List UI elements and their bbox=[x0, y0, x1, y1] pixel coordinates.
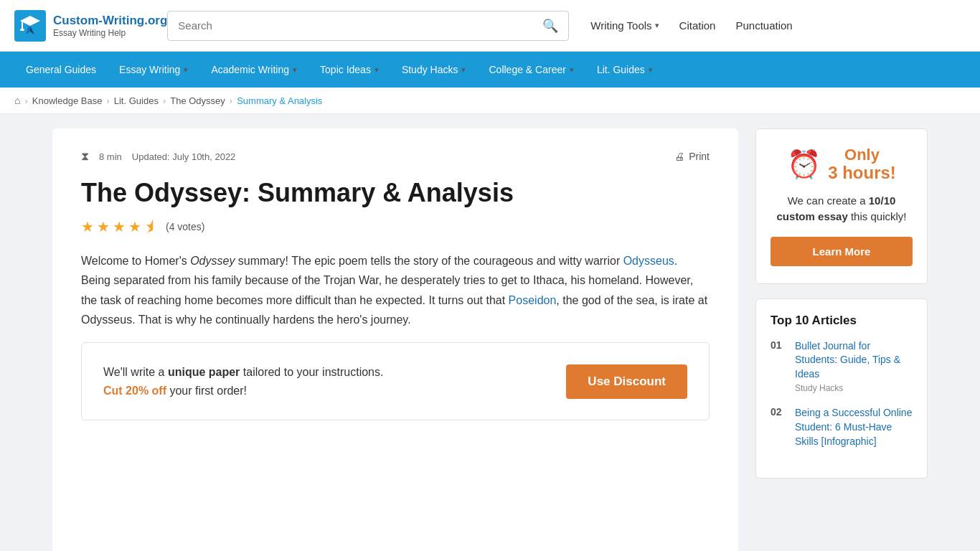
chevron-down-icon: ▾ bbox=[649, 65, 653, 75]
chevron-down-icon: ▾ bbox=[461, 65, 466, 75]
nav-study-hacks[interactable]: Study Hacks ▾ bbox=[390, 52, 478, 88]
svg-rect-3 bbox=[20, 29, 24, 31]
promo-time-text: Only 3 hours! bbox=[828, 146, 896, 183]
poseidon-link[interactable]: Poseidon bbox=[509, 294, 557, 306]
nav-lit-guides[interactable]: Lit. Guides ▾ bbox=[585, 52, 664, 88]
search-input[interactable] bbox=[168, 19, 532, 32]
star-half: ⯨ bbox=[144, 219, 159, 235]
star-2: ★ bbox=[97, 218, 110, 235]
star-rating: ★ ★ ★ ★ ⯨ (4 votes) bbox=[81, 218, 710, 235]
article-title: The Odyssey: Summary & Analysis bbox=[81, 177, 710, 208]
nav-topic-ideas[interactable]: Topic Ideas ▾ bbox=[308, 52, 390, 88]
odysseus-link[interactable]: Odysseus bbox=[623, 255, 674, 267]
printer-icon: 🖨 bbox=[674, 151, 684, 162]
search-button[interactable]: 🔍 bbox=[532, 18, 568, 34]
chevron-down-icon: ▾ bbox=[655, 21, 659, 30]
star-4: ★ bbox=[128, 218, 141, 235]
timer-icon: ⧗ bbox=[81, 150, 89, 163]
chevron-down-icon: ▾ bbox=[184, 65, 188, 75]
punctuation-link[interactable]: Punctuation bbox=[735, 19, 792, 32]
logo-tagline: Essay Writing Help bbox=[53, 28, 167, 38]
header-nav: Writing Tools ▾ Citation Punctuation bbox=[590, 19, 792, 32]
read-time: 8 min bbox=[99, 151, 122, 162]
star-3: ★ bbox=[113, 218, 126, 235]
discount-box: We'll write a unique paper tailored to y… bbox=[81, 342, 710, 420]
learn-more-button[interactable]: Learn More bbox=[771, 237, 913, 266]
chevron-down-icon: ▾ bbox=[293, 65, 297, 75]
hours-text: 3 hours! bbox=[828, 164, 896, 182]
star-1: ★ bbox=[81, 218, 94, 235]
promo-body: We can create a 10/10 custom essay this … bbox=[771, 193, 913, 225]
logo-area[interactable]: Custom-Writing.org Essay Writing Help bbox=[14, 10, 167, 42]
top-article-item: 01 Bullet Journal for Students: Guide, T… bbox=[771, 339, 913, 394]
print-label: Print bbox=[689, 151, 710, 162]
article-meta-left: ⧗ 8 min Updated: July 10th, 2022 bbox=[81, 150, 235, 163]
clock-icon: ⏰ bbox=[787, 149, 821, 180]
site-header: Custom-Writing.org Essay Writing Help 🔍 … bbox=[0, 0, 980, 52]
breadcrumb-separator: › bbox=[24, 95, 27, 106]
home-icon: ⌂ bbox=[14, 95, 20, 106]
article-link[interactable]: Bullet Journal for Students: Guide, Tips… bbox=[795, 339, 913, 382]
article-meta: ⧗ 8 min Updated: July 10th, 2022 🖨 Print bbox=[81, 150, 710, 163]
print-button[interactable]: 🖨 Print bbox=[674, 151, 710, 162]
promo-header: ⏰ Only 3 hours! bbox=[771, 146, 913, 183]
top-articles-card: Top 10 Articles 01 Bullet Journal for St… bbox=[755, 298, 928, 479]
chevron-down-icon: ▾ bbox=[570, 65, 574, 75]
breadcrumb-lit-guides[interactable]: Lit. Guides bbox=[114, 95, 159, 106]
nav-college-career[interactable]: College & Career ▾ bbox=[477, 52, 585, 88]
article-link[interactable]: Being a Successful Online Student: 6 Mus… bbox=[795, 406, 913, 448]
nav-essay-writing[interactable]: Essay Writing ▾ bbox=[108, 52, 199, 88]
nav-general-guides[interactable]: General Guides bbox=[14, 52, 108, 88]
page-content: ⧗ 8 min Updated: July 10th, 2022 🖨 Print… bbox=[38, 114, 942, 551]
promo-card: ⏰ Only 3 hours! We can create a 10/10 cu… bbox=[755, 128, 928, 284]
discount-cut-text: Cut 20% off bbox=[103, 385, 166, 397]
sidebar: ⏰ Only 3 hours! We can create a 10/10 cu… bbox=[755, 128, 928, 551]
top-articles-title: Top 10 Articles bbox=[771, 314, 913, 328]
breadcrumb-home-link[interactable]: ⌂ bbox=[14, 95, 20, 106]
article-number: 02 bbox=[771, 406, 786, 451]
updated-date: Updated: July 10th, 2022 bbox=[132, 151, 236, 162]
svg-rect-2 bbox=[22, 22, 23, 29]
breadcrumb-current: Summary & Analysis bbox=[237, 95, 322, 106]
writing-tools-link[interactable]: Writing Tools ▾ bbox=[590, 19, 659, 32]
breadcrumb-knowledge-base[interactable]: Knowledge Base bbox=[32, 95, 103, 106]
top-article-item: 02 Being a Successful Online Student: 6 … bbox=[771, 406, 913, 451]
use-discount-button[interactable]: Use Discount bbox=[566, 364, 687, 399]
article-paragraph-1: Welcome to Homer's Odyssey summary! The … bbox=[81, 251, 710, 329]
nav-academic-writing[interactable]: Academic Writing ▾ bbox=[199, 52, 308, 88]
article-number: 01 bbox=[771, 339, 786, 394]
breadcrumb: ⌂ › Knowledge Base › Lit. Guides › The O… bbox=[0, 88, 980, 114]
logo-icon bbox=[14, 10, 46, 42]
breadcrumb-separator: › bbox=[106, 95, 109, 106]
main-navigation: General Guides Essay Writing ▾ Academic … bbox=[0, 52, 980, 88]
votes-count: (4 votes) bbox=[166, 221, 204, 232]
breadcrumb-the-odyssey[interactable]: The Odyssey bbox=[170, 95, 225, 106]
logo-text: Custom-Writing.org Essay Writing Help bbox=[53, 14, 167, 38]
search-bar[interactable]: 🔍 bbox=[167, 11, 569, 41]
chevron-down-icon: ▾ bbox=[374, 65, 379, 75]
discount-text: We'll write a unique paper tailored to y… bbox=[103, 363, 383, 400]
article-tag: Study Hacks bbox=[795, 383, 913, 393]
article-info: Bullet Journal for Students: Guide, Tips… bbox=[795, 339, 913, 394]
citation-link[interactable]: Citation bbox=[679, 19, 716, 32]
breadcrumb-separator: › bbox=[230, 95, 232, 106]
breadcrumb-separator: › bbox=[163, 95, 166, 106]
article-info: Being a Successful Online Student: 6 Mus… bbox=[795, 406, 913, 451]
article-main: ⧗ 8 min Updated: July 10th, 2022 🖨 Print… bbox=[52, 128, 738, 551]
logo-name: Custom-Writing.org bbox=[53, 14, 167, 28]
only-text: Only bbox=[828, 146, 896, 164]
article-body: Welcome to Homer's Odyssey summary! The … bbox=[81, 251, 710, 329]
